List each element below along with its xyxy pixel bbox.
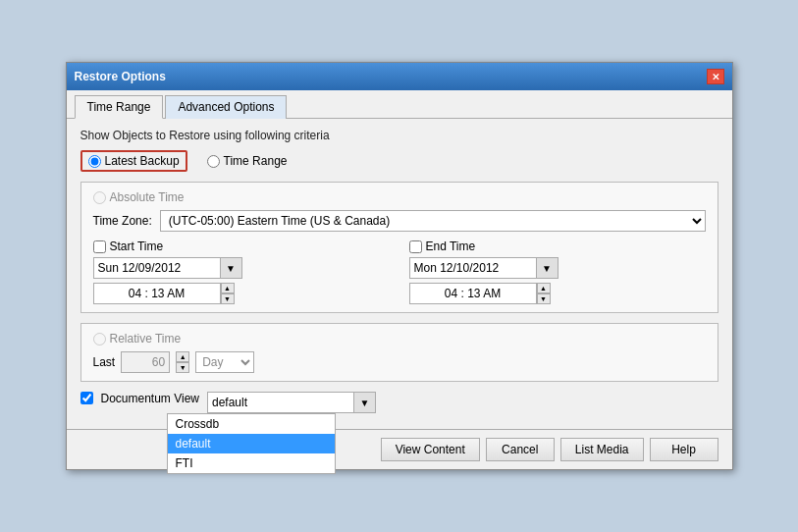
end-time-label: End Time [426, 239, 476, 253]
timezone-label: Time Zone: [93, 214, 152, 228]
documentum-select-container: ▼ [207, 392, 376, 413]
end-time-label-row: End Time [409, 239, 706, 253]
relative-time-box: Relative Time Last ▲ ▼ Day Week Month [80, 323, 718, 382]
start-time-checkbox[interactable] [93, 240, 106, 253]
last-label: Last [93, 355, 116, 369]
start-date-input[interactable] [93, 257, 221, 279]
latest-backup-radio[interactable] [88, 155, 101, 168]
time-range-radio[interactable] [207, 155, 220, 168]
start-time-input[interactable] [93, 283, 221, 304]
start-time-down[interactable]: ▼ [221, 293, 235, 304]
list-media-button[interactable]: List Media [560, 438, 644, 461]
timezone-select[interactable]: (UTC-05:00) Eastern Time (US & Canada) [160, 210, 706, 232]
restore-options-window: Restore Options ✕ Time Range Advanced Op… [66, 62, 733, 470]
dropdown-item-crossdb[interactable]: Crossdb [168, 414, 335, 434]
tab-bar: Time Range Advanced Options [67, 90, 732, 119]
absolute-time-radio[interactable] [93, 191, 106, 204]
end-time-up[interactable]: ▲ [537, 283, 551, 293]
tab-advanced-options[interactable]: Advanced Options [165, 95, 287, 119]
documentum-dropdown-menu: Crossdb default FTI [167, 413, 336, 474]
datetime-row: Start Time ▼ ▲ ▼ [93, 239, 706, 304]
end-date-dropdown-btn[interactable]: ▼ [537, 257, 559, 279]
latest-backup-label: Latest Backup [105, 154, 180, 168]
documentum-value-input[interactable] [207, 392, 354, 413]
documentum-checkbox[interactable] [80, 392, 93, 404]
end-time-col: End Time ▼ ▲ ▼ [409, 239, 706, 304]
latest-backup-option[interactable]: Latest Backup [80, 150, 187, 172]
end-time-checkbox[interactable] [409, 240, 422, 253]
end-time-row: ▲ ▼ [409, 283, 706, 304]
last-value-input[interactable] [121, 351, 170, 373]
start-date-dropdown-btn[interactable]: ▼ [221, 257, 242, 279]
relative-time-header: Relative Time [93, 332, 706, 346]
absolute-time-header: Absolute Time [93, 190, 706, 204]
relative-time-label: Relative Time [110, 332, 182, 346]
view-content-button[interactable]: View Content [381, 438, 480, 461]
end-time-spinner: ▲ ▼ [537, 283, 551, 304]
start-time-spinner: ▲ ▼ [221, 283, 235, 304]
last-up[interactable]: ▲ [176, 351, 189, 362]
top-radio-group: Latest Backup Time Range [80, 150, 718, 172]
close-button[interactable]: ✕ [707, 69, 724, 84]
start-time-label-row: Start Time [93, 239, 390, 253]
dropdown-item-fti[interactable]: FTI [168, 453, 335, 473]
cancel-button[interactable]: Cancel [486, 438, 555, 461]
end-date-input[interactable] [409, 257, 537, 279]
section-description: Show Objects to Restore using following … [80, 129, 718, 142]
start-time-col: Start Time ▼ ▲ ▼ [93, 239, 390, 304]
documentum-label: Documentum View [101, 392, 200, 405]
dropdown-item-default[interactable]: default [168, 434, 335, 453]
end-time-input[interactable] [409, 283, 537, 304]
unit-select[interactable]: Day Week Month [195, 351, 254, 373]
end-time-down[interactable]: ▼ [537, 293, 551, 304]
window-title: Restore Options [75, 70, 166, 83]
documentum-row: Documentum View ▼ Crossdb default FTI [80, 392, 718, 413]
start-time-up[interactable]: ▲ [221, 283, 235, 293]
last-spinner: ▲ ▼ [176, 351, 189, 373]
documentum-dropdown-btn[interactable]: ▼ [354, 392, 376, 413]
time-range-label: Time Range [224, 154, 288, 168]
absolute-time-label: Absolute Time [110, 190, 185, 204]
help-button[interactable]: Help [650, 438, 718, 461]
timezone-row: Time Zone: (UTC-05:00) Eastern Time (US … [93, 210, 706, 232]
start-time-row: ▲ ▼ [93, 283, 390, 304]
title-bar: Restore Options ✕ [67, 63, 732, 90]
main-content: Show Objects to Restore using following … [67, 119, 732, 423]
relative-time-radio[interactable] [93, 333, 106, 346]
last-down[interactable]: ▼ [176, 362, 189, 373]
start-time-label: Start Time [110, 239, 164, 253]
end-date-row: ▼ [409, 257, 706, 279]
start-date-row: ▼ [93, 257, 390, 279]
absolute-time-box: Absolute Time Time Zone: (UTC-05:00) Eas… [80, 182, 718, 313]
tab-time-range[interactable]: Time Range [75, 95, 164, 119]
time-range-option[interactable]: Time Range [207, 154, 288, 168]
last-row: Last ▲ ▼ Day Week Month [93, 351, 706, 373]
